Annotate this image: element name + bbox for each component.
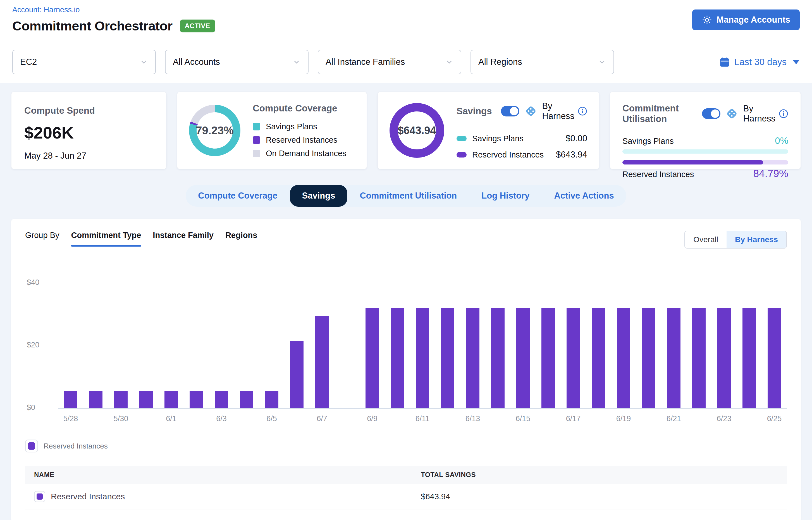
coverage-legend-item-reserved-instances: Reserved Instances — [253, 135, 355, 145]
bar-6/18[interactable] — [592, 308, 605, 408]
bar-6/20[interactable] — [642, 308, 655, 408]
x-tick-6/3: 6/3 — [216, 414, 227, 423]
coverage-legend-item-on-demand-instances: On Demand Instances — [253, 149, 355, 158]
group-by-label: Group By — [25, 231, 59, 240]
tab-commitment-utilisation[interactable]: Commitment Utilisation — [347, 185, 469, 207]
legend-swatch — [253, 123, 260, 130]
bar-6/15[interactable] — [516, 308, 530, 408]
bar-6/24[interactable] — [742, 308, 756, 408]
service-filter-select[interactable]: EC2 — [12, 50, 156, 74]
bar-slot-6/15 — [510, 266, 535, 408]
savings-bar-chart: $0$20$40 5/285/306/16/36/56/76/96/116/13… — [25, 266, 787, 431]
compute-spend-title: Compute Spend — [24, 105, 153, 116]
legend-chip[interactable] — [25, 440, 38, 452]
commitment-orchestrator-page: Account: Harness.io Commitment Orchestra… — [0, 0, 812, 520]
bar-slot-6/9 — [360, 266, 385, 408]
chevron-down-icon — [598, 58, 606, 66]
bar-6/14[interactable] — [491, 308, 504, 408]
bar-5/28[interactable] — [64, 391, 77, 408]
savings-by-harness-toggle[interactable] — [501, 106, 519, 116]
x-tick-6/19: 6/19 — [616, 414, 631, 423]
instance-families-filter-select[interactable]: All Instance Families — [318, 50, 461, 74]
info-icon[interactable] — [779, 109, 788, 119]
bar-6/16[interactable] — [542, 308, 555, 408]
commitment-utilisation-title: Commitment Utilisation — [622, 103, 693, 124]
bar-6/3[interactable] — [215, 391, 228, 408]
bar-6/22[interactable] — [692, 308, 706, 408]
bar-slot-6/10 — [385, 266, 410, 408]
x-tick-6/1: 6/1 — [166, 414, 177, 423]
y-tick-0: $0 — [27, 403, 35, 412]
date-range-picker[interactable]: Last 30 days — [719, 56, 800, 68]
account-breadcrumb-link[interactable]: Account: Harness.io — [12, 6, 80, 14]
bar-slot-6/14 — [485, 266, 510, 408]
bar-5/31[interactable] — [139, 391, 153, 408]
bar-6/12[interactable] — [441, 308, 454, 408]
group-by-tabs: Group By Commitment TypeInstance FamilyR… — [25, 231, 257, 246]
group-by-option-regions[interactable]: Regions — [225, 231, 257, 246]
tab-compute-coverage[interactable]: Compute Coverage — [186, 185, 290, 207]
bar-6/23[interactable] — [717, 308, 731, 408]
page-title: Commitment Orchestrator — [12, 18, 173, 33]
savings-table: NAME TOTAL SAVINGS Reserved Instances$64… — [25, 466, 787, 510]
bar-6/2[interactable] — [190, 391, 203, 408]
compute-coverage-title: Compute Coverage — [253, 103, 355, 114]
bar-slot-6/6 — [284, 266, 309, 408]
bar-6/5[interactable] — [265, 391, 279, 408]
bar-6/1[interactable] — [164, 391, 178, 408]
view-toggle-overall[interactable]: Overall — [685, 231, 727, 248]
row-name-label: Reserved Instances — [51, 492, 125, 501]
utilisation-by-harness-toggle[interactable] — [702, 108, 721, 119]
group-by-option-instance-family[interactable]: Instance Family — [153, 231, 214, 246]
row-legend-swatch — [36, 493, 43, 500]
bar-6/19[interactable] — [617, 308, 630, 408]
bar-6/6[interactable] — [290, 341, 304, 408]
ri-utilisation-fill — [622, 160, 763, 164]
bar-6/17[interactable] — [567, 308, 580, 408]
tab-log-history[interactable]: Log History — [469, 185, 542, 207]
tab-active-actions[interactable]: Active Actions — [542, 185, 626, 207]
bar-slot-6/3 — [209, 266, 234, 408]
y-tick-20: $20 — [27, 341, 40, 349]
tab-savings[interactable]: Savings — [290, 185, 348, 207]
bar-slot-6/20 — [636, 266, 661, 408]
date-range-value: Last 30 days — [734, 57, 787, 67]
manage-accounts-button[interactable]: Manage Accounts — [692, 9, 800, 30]
bar-6/7[interactable] — [315, 316, 329, 408]
savings-row-value: $643.94 — [556, 150, 587, 160]
column-header-name: NAME — [34, 471, 421, 479]
caret-down-icon — [792, 60, 800, 64]
savings-card: $643.94 Savings — [377, 92, 599, 169]
chevron-down-icon — [445, 58, 453, 66]
x-tick-5/30: 5/30 — [114, 414, 128, 423]
bar-5/29[interactable] — [89, 391, 103, 408]
bar-5/30[interactable] — [114, 391, 128, 408]
bar-slot-6/16 — [535, 266, 561, 408]
legend-swatch — [456, 152, 467, 157]
bar-slot-6/7 — [309, 266, 335, 408]
savings-toggle-label: By Harness — [542, 101, 574, 121]
view-toggle-by-harness[interactable]: By Harness — [727, 231, 786, 248]
bar-6/13[interactable] — [466, 308, 479, 408]
table-cell-total-savings: $643.94 — [421, 492, 778, 501]
commitment-utilisation-card: Commitment Utilisation By Harness — [610, 92, 801, 169]
bar-6/21[interactable] — [667, 308, 680, 408]
info-icon[interactable] — [578, 106, 587, 116]
savings-row-savings-plans: Savings Plans$0.00 — [456, 133, 587, 144]
bar-slot-6/18 — [586, 266, 611, 408]
bar-6/25[interactable] — [768, 308, 781, 408]
harness-logo-icon — [524, 105, 537, 118]
bar-6/9[interactable] — [366, 308, 379, 408]
coverage-legend-label: On Demand Instances — [266, 149, 346, 158]
group-by-option-commitment-type[interactable]: Commitment Type — [71, 231, 141, 246]
regions-filter-select[interactable]: All Regions — [471, 50, 614, 74]
bar-6/10[interactable] — [391, 308, 404, 408]
accounts-filter-select[interactable]: All Accounts — [165, 50, 309, 74]
compute-coverage-card: 79.23% Compute Coverage Savings PlansRes… — [177, 92, 367, 169]
coverage-legend-item-savings-plans: Savings Plans — [253, 122, 355, 131]
bar-6/4[interactable] — [240, 391, 253, 408]
bar-6/11[interactable] — [416, 308, 429, 408]
table-row-reserved-instances[interactable]: Reserved Instances$643.94 — [25, 484, 787, 510]
bar-slot-6/19 — [611, 266, 636, 408]
x-tick-6/15: 6/15 — [516, 414, 530, 423]
